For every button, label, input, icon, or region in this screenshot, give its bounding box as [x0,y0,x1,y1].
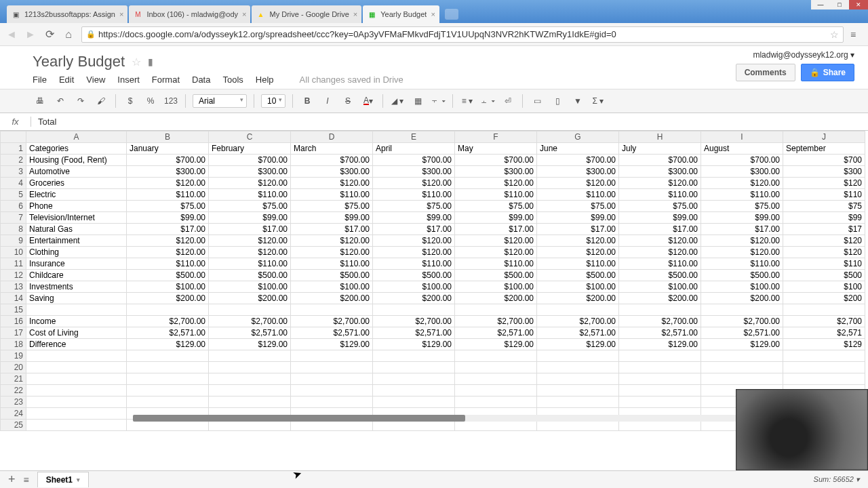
cell[interactable]: $500.00 [127,270,209,281]
cell[interactable]: $75.00 [537,201,619,212]
tab-close-icon[interactable]: × [119,10,123,18]
cell[interactable]: $2,571.00 [537,327,619,339]
cell[interactable]: Categories [26,143,127,155]
cell[interactable]: $120.00 [701,235,783,247]
row-header[interactable]: 4 [1,178,26,189]
browser-tab[interactable]: ▲My Drive - Google Drive× [252,5,361,23]
cell[interactable]: $120.00 [537,247,619,258]
cell[interactable] [619,350,701,362]
menu-file[interactable]: File [33,75,47,85]
row-header[interactable]: 1 [1,143,26,155]
cell[interactable]: $110 [783,258,865,270]
paint-format-icon[interactable]: 🖌 [94,94,108,108]
cell[interactable]: $110.00 [455,258,537,270]
cell[interactable] [209,396,291,408]
cell[interactable] [537,350,619,362]
window-maximize[interactable]: □ [830,0,849,9]
cell[interactable]: $110.00 [455,189,537,201]
cell[interactable] [373,373,455,385]
cell[interactable]: $110.00 [537,258,619,270]
cell[interactable]: $700 [783,155,865,166]
cell[interactable]: $100 [783,281,865,293]
cell[interactable]: $17.00 [373,224,455,235]
cell[interactable]: $120.00 [291,247,373,258]
cell[interactable]: $99.00 [701,212,783,224]
cell[interactable]: $300.00 [701,166,783,178]
wrap-icon[interactable]: ⏎ [500,94,515,108]
cell[interactable]: $110.00 [373,189,455,201]
cell[interactable] [537,385,619,396]
tab-close-icon[interactable]: × [242,10,246,18]
cell[interactable]: $700.00 [209,155,291,166]
cell[interactable]: $17.00 [537,224,619,235]
cell[interactable]: $120.00 [455,247,537,258]
cell[interactable]: $200.00 [537,293,619,304]
cell[interactable]: Clothing [26,247,127,258]
cell[interactable]: $120.00 [537,235,619,247]
cell[interactable]: $120.00 [209,235,291,247]
cell[interactable]: $129 [783,339,865,350]
cell[interactable]: $120.00 [619,247,701,258]
font-size-select[interactable]: 10 [261,94,285,108]
cell[interactable]: $120.00 [209,178,291,189]
cell[interactable]: $500.00 [209,270,291,281]
row-header[interactable]: 23 [1,396,26,408]
cell[interactable] [373,385,455,396]
doc-star-icon[interactable]: ☆ [132,56,141,68]
cell[interactable] [619,373,701,385]
cell[interactable]: $99.00 [619,212,701,224]
cell[interactable]: $110.00 [373,258,455,270]
cell[interactable]: $700.00 [455,155,537,166]
borders-icon[interactable]: ▦ [410,94,425,108]
cell[interactable]: May [455,143,537,155]
cell[interactable] [701,350,783,362]
new-tab-button[interactable] [445,9,458,20]
tab-close-icon[interactable]: × [353,10,357,18]
cell[interactable]: $75.00 [373,201,455,212]
cell[interactable]: $120.00 [209,247,291,258]
functions-icon[interactable]: Σ ▾ [591,94,606,108]
cell[interactable] [537,304,619,316]
cell[interactable] [783,373,865,385]
cell[interactable] [291,362,373,373]
cell[interactable]: $120.00 [455,178,537,189]
cell[interactable]: $2,571.00 [701,327,783,339]
cell[interactable]: $500.00 [455,270,537,281]
percent-button[interactable]: % [143,94,158,108]
cell[interactable]: $110.00 [619,189,701,201]
cell[interactable]: $110.00 [701,189,783,201]
cell[interactable] [373,304,455,316]
col-header-E[interactable]: E [373,131,455,143]
cell[interactable]: $110.00 [537,189,619,201]
cell[interactable] [209,373,291,385]
cell[interactable]: $700.00 [701,155,783,166]
cell[interactable]: $100.00 [127,281,209,293]
cell[interactable] [26,373,127,385]
cell[interactable]: $120.00 [619,235,701,247]
row-header[interactable]: 14 [1,293,26,304]
cell[interactable]: $110.00 [127,258,209,270]
row-header[interactable]: 13 [1,281,26,293]
bookmark-star-icon[interactable]: ☆ [830,29,839,40]
cell[interactable] [701,362,783,373]
cell[interactable] [455,362,537,373]
cell[interactable]: $120.00 [455,235,537,247]
cell[interactable]: $500.00 [373,270,455,281]
cell[interactable]: $17.00 [209,224,291,235]
cell[interactable]: $2,700.00 [455,316,537,327]
cell[interactable] [127,350,209,362]
cell[interactable] [291,373,373,385]
menu-data[interactable]: Data [192,75,210,85]
col-header-H[interactable]: H [619,131,701,143]
currency-button[interactable]: $ [123,94,138,108]
cell[interactable] [619,385,701,396]
cell[interactable] [619,396,701,408]
cell[interactable]: $2,571.00 [373,327,455,339]
cell[interactable] [783,350,865,362]
cell[interactable] [26,362,127,373]
fill-color-icon[interactable]: ◢ ▾ [390,94,405,108]
reload-button[interactable]: ⟳ [43,28,56,41]
cell[interactable]: $500.00 [619,270,701,281]
col-header-G[interactable]: G [537,131,619,143]
formula-input[interactable]: Total [31,117,868,127]
